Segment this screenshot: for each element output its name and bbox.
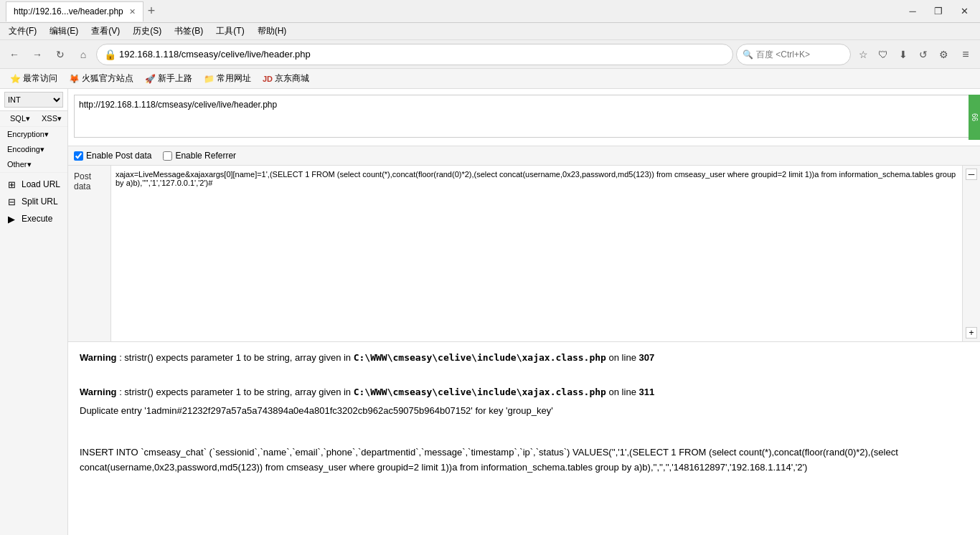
search-input[interactable]: [756, 49, 842, 60]
window-controls: ─ ❐ ✕: [903, 4, 974, 19]
history-button[interactable]: ↺: [914, 45, 933, 64]
warning-line-1: Warning : stristr() expects parameter 1 …: [80, 351, 969, 366]
url-area: 66: [68, 89, 980, 146]
menu-edit[interactable]: 编辑(E): [44, 24, 84, 39]
menu-bar: 文件(F) 编辑(E) 查看(V) 历史(S) 书签(B) 工具(T) 帮助(H…: [0, 23, 980, 40]
warning-message-2: : stristr() expects parameter 1 to be st…: [119, 387, 354, 397]
minimize-button[interactable]: ─: [903, 4, 923, 19]
tab-close-button[interactable]: ✕: [129, 7, 136, 16]
bookmark-frequent[interactable]: ⭐ 最常访问: [6, 71, 62, 86]
bookmark-common[interactable]: 📁 常用网址: [199, 71, 255, 86]
split-url-button[interactable]: ⊟ Split URL: [0, 193, 67, 210]
enable-referrer-label[interactable]: Enable Referrer: [163, 151, 236, 161]
new-tab-button[interactable]: +: [145, 4, 159, 19]
settings-button[interactable]: ⚙: [934, 45, 953, 64]
tool-other[interactable]: Other▾: [3, 158, 36, 171]
fox-icon: 🦊: [69, 74, 80, 84]
bookmark-label: 常用网址: [217, 72, 251, 85]
enable-post-label[interactable]: Enable Post data: [74, 151, 151, 161]
int-select[interactable]: INT: [4, 92, 63, 108]
menu-file[interactable]: 文件(F): [3, 24, 42, 39]
address-input-wrap: 🔒: [96, 44, 733, 65]
bookmark-label: 火狐官方站点: [82, 72, 133, 85]
warning-line-2: Warning : stristr() expects parameter 1 …: [80, 385, 969, 400]
menu-help[interactable]: 帮助(H): [252, 24, 293, 39]
load-url-label: Load URL: [22, 179, 60, 189]
refresh-button[interactable]: ↻: [50, 44, 70, 65]
left-panel: INT SQL▾ XSS▾ Encryption▾ Encoding▾ Othe…: [0, 89, 68, 535]
tab-title: http://192.16...ve/header.php: [14, 6, 123, 16]
enable-post-text: Enable Post data: [86, 151, 151, 161]
enable-referrer-checkbox[interactable]: [163, 151, 172, 161]
rocket-icon: 🚀: [145, 74, 156, 84]
url-textarea[interactable]: [74, 95, 974, 138]
browser-window: http://192.16...ve/header.php ✕ + ─ ❐ ✕ …: [0, 0, 980, 535]
search-icon: 🔍: [743, 49, 753, 60]
bookmark-jd[interactable]: JD 京东商城: [258, 71, 314, 86]
bookmark-label: 新手上路: [158, 72, 192, 85]
menu-bookmarks[interactable]: 书签(B): [169, 24, 209, 39]
star-icon: ⭐: [10, 74, 21, 84]
post-data-wrap: Post data ─ +: [68, 166, 980, 342]
title-bar: http://192.16...ve/header.php ✕ + ─ ❐ ✕: [0, 0, 980, 23]
tool-encryption[interactable]: Encryption▾: [3, 128, 53, 141]
bookmark-button[interactable]: ☆: [854, 45, 872, 64]
menu-history[interactable]: 历史(S): [127, 24, 167, 39]
close-button[interactable]: ✕: [954, 4, 974, 19]
warning-line-num-1: 307: [639, 352, 654, 363]
load-url-icon: ⊞: [6, 179, 17, 190]
split-url-label: Split URL: [22, 197, 58, 207]
tool-xss[interactable]: XSS▾: [37, 113, 66, 125]
back-button[interactable]: ←: [4, 44, 24, 65]
bookmark-label: 京东商城: [275, 72, 309, 85]
warning-path-2: C:\WWW\cmseasy\celive\include\xajax.clas…: [354, 387, 606, 397]
minus-button[interactable]: ─: [966, 169, 977, 180]
load-url-button[interactable]: ⊞ Load URL: [0, 176, 67, 193]
post-data-controls: ─ +: [962, 166, 980, 341]
split-url-icon: ⊟: [6, 196, 17, 207]
address-bar: ← → ↻ ⌂ 🔒 🔍 ☆ 🛡 ⬇ ↺ ⚙ ≡: [0, 40, 980, 69]
tool-sql[interactable]: SQL▾: [6, 113, 34, 125]
checkbox-row: Enable Post data Enable Referrer: [68, 146, 980, 166]
folder-icon: 📁: [204, 74, 215, 84]
int-selector: INT: [0, 89, 67, 111]
bookmarks-bar: ⭐ 最常访问 🦊 火狐官方站点 🚀 新手上路 📁 常用网址 JD 京东商城: [0, 69, 980, 89]
menu-hamburger-button[interactable]: ≡: [956, 44, 976, 65]
execute-icon: ▶: [6, 213, 17, 224]
bookmark-firefox[interactable]: 🦊 火狐官方站点: [65, 71, 138, 86]
plus-button[interactable]: +: [966, 327, 977, 338]
jd-icon: JD: [263, 75, 273, 83]
warning-label-2: Warning: [80, 387, 117, 397]
search-wrap: 🔍: [736, 44, 851, 65]
menu-tools[interactable]: 工具(T): [210, 24, 250, 39]
post-data-textarea[interactable]: [111, 166, 962, 341]
warning-line-text-1: on line: [609, 352, 639, 363]
toolbar-icons: ☆ 🛡 ⬇ ↺ ⚙: [854, 45, 953, 64]
download-button[interactable]: ⬇: [894, 45, 913, 64]
post-data-label: Post data: [68, 166, 111, 341]
execute-label: Execute: [22, 214, 52, 224]
warning-line-num-2: 311: [639, 387, 654, 397]
duplicate-entry: Duplicate entry '1admin#21232f297a57a5a7…: [80, 404, 969, 419]
bookmark-newuser[interactable]: 🚀 新手上路: [141, 71, 197, 86]
home-button[interactable]: ⌂: [73, 44, 93, 65]
menu-view[interactable]: 查看(V): [85, 24, 126, 39]
bookmark-label: 最常访问: [23, 72, 57, 85]
warning-message-1: : stristr() expects parameter 1 to be st…: [119, 352, 354, 363]
enable-post-checkbox[interactable]: [74, 151, 83, 161]
maximize-button[interactable]: ❐: [928, 4, 948, 19]
warning-path-1: C:\WWW\cmseasy\celive\include\xajax.clas…: [354, 352, 606, 363]
main-content: INT SQL▾ XSS▾ Encryption▾ Encoding▾ Othe…: [0, 89, 980, 535]
address-input[interactable]: [119, 49, 725, 60]
execute-button[interactable]: ▶ Execute: [0, 210, 67, 227]
title-tab[interactable]: http://192.16...ve/header.php ✕: [6, 1, 143, 22]
shield-btn[interactable]: 🛡: [874, 45, 892, 64]
output-area: Warning : stristr() expects parameter 1 …: [68, 342, 980, 535]
forward-button[interactable]: →: [27, 44, 47, 65]
tool-bar-row: SQL▾ XSS▾: [0, 111, 67, 127]
left-actions: ⊞ Load URL ⊟ Split URL ▶ Execute: [0, 173, 67, 230]
warning-label-1: Warning: [80, 352, 117, 363]
shield-icon: 🔒: [104, 49, 116, 60]
tool-encoding[interactable]: Encoding▾: [3, 143, 49, 156]
side-indicator[interactable]: 66: [969, 95, 980, 140]
